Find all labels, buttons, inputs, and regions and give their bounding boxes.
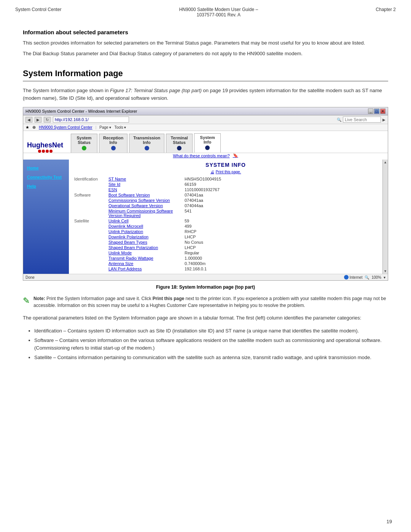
sidebar-home-link[interactable]: Home	[23, 163, 69, 173]
hn-main-header: SYSTEM INFO 🖨 Print this page.	[73, 162, 379, 174]
table-param-link[interactable]: Boot Software Version	[107, 192, 183, 198]
info-para2: The Dial Backup Status parameter and Dia…	[23, 50, 388, 58]
table-param-link[interactable]: LAN Port Address	[107, 266, 183, 272]
bookmark-icon: 🔖	[233, 153, 238, 158]
zoom-arrow: ▾	[384, 275, 386, 280]
scroll-down-icon[interactable]: ▼	[384, 269, 387, 273]
search-go-icon[interactable]: ▶	[382, 118, 386, 122]
close-button[interactable]: ✕	[380, 109, 386, 114]
maximize-button[interactable]: □	[374, 109, 379, 114]
system-heading: System Information page	[23, 69, 388, 81]
table-param-link[interactable]: ST Name	[107, 176, 183, 182]
table-value: No Conus	[183, 240, 379, 245]
table-value: 192.168.0.1	[183, 266, 379, 272]
table-param-link[interactable]: Uplink Polarization	[107, 229, 183, 234]
statusbar-done: Done	[25, 275, 35, 280]
table-param-link[interactable]: Shaped Beam Polarization	[107, 245, 183, 250]
info-table: IdentificationST NameHNSHSO10004915Site …	[73, 176, 379, 272]
header-center: HN9000 Satellite Modem User Guide – 1037…	[179, 7, 258, 18]
tab-terminal-status[interactable]: TerminalStatus	[166, 134, 193, 153]
what-controls-link[interactable]: What do these controls mean? 🔖	[23, 153, 388, 158]
globe-icon	[344, 275, 349, 280]
tab-dot-sysinfo	[205, 145, 210, 150]
table-param-link[interactable]: Downlink Microcell	[107, 224, 183, 229]
main-content: Information about selected parameters Th…	[0, 21, 411, 377]
table-category	[73, 182, 107, 187]
table-category	[73, 266, 107, 272]
logo-dot-4	[49, 150, 53, 153]
table-value: 1.000000	[183, 256, 379, 261]
table-value: 074044aa	[183, 203, 379, 208]
tools-menu[interactable]: Tools ▾	[114, 125, 126, 129]
ie-zone: Internet	[344, 275, 363, 280]
figure-caption: Figure 18: System Information page (top …	[23, 284, 388, 290]
table-param-link[interactable]: Site Id	[107, 182, 183, 187]
favorites-star-icon: ★	[25, 125, 29, 130]
table-category	[73, 256, 107, 261]
table-row: Minimum Commissioning Software Version R…	[73, 208, 379, 218]
list-item: Software – Contains version information …	[34, 337, 388, 351]
scroll-up-icon[interactable]: ▲	[384, 160, 387, 164]
table-param-link[interactable]: Commissioning Software Version	[107, 198, 183, 203]
tab-transmission-info[interactable]: TransmissionInfo	[129, 134, 164, 153]
table-value: 66159	[183, 182, 379, 187]
table-param-link[interactable]: Uplink Mode	[107, 250, 183, 256]
note-icon: ✎	[23, 296, 30, 306]
search-input[interactable]	[343, 117, 381, 123]
browser-title: HN9000 System Control Center - Windows I…	[25, 109, 137, 113]
refresh-button[interactable]: ↻	[44, 117, 51, 123]
titlebar-controls: _ □ ✕	[368, 109, 386, 114]
table-category: Software	[73, 192, 107, 198]
table-category	[73, 229, 107, 234]
header-right: Chapter 2	[376, 7, 396, 12]
table-param-link[interactable]: ESN	[107, 187, 183, 192]
table-param-link[interactable]: Shaped Beam Types	[107, 240, 183, 245]
hn9000-tab[interactable]: HN9000 System Control Center	[39, 125, 92, 129]
page-header: System Control Center HN9000 Satellite M…	[0, 0, 411, 21]
logo-dot-2	[42, 150, 45, 153]
table-row: ESN110100001932767	[73, 187, 379, 192]
page-number: 19	[387, 519, 392, 524]
minimize-button[interactable]: _	[368, 109, 373, 114]
table-row: Uplink ModeRegular	[73, 250, 379, 256]
table-value: 0.740000m	[183, 261, 379, 266]
table-value: 59	[183, 218, 379, 224]
table-param-link[interactable]: Uplink Cell	[107, 218, 183, 224]
table-value: Regular	[183, 250, 379, 256]
scrollbar[interactable]: ▲ ▼	[382, 160, 388, 274]
table-param-link[interactable]: Operational Software Version	[107, 203, 183, 208]
table-row: Shaped Beam PolarizationLHCP	[73, 245, 379, 250]
note-box: ✎ Note: Print the System Information pag…	[23, 295, 388, 309]
sidebar-connectivity-link[interactable]: Connectivity Test	[23, 173, 69, 182]
table-param-link[interactable]: Minimum Commissioning Software Version R…	[107, 208, 183, 218]
table-category	[73, 224, 107, 229]
back-button[interactable]: ◀	[25, 117, 32, 123]
table-row: SatelliteUplink Cell59	[73, 218, 379, 224]
bullet-list: Identification – Contains system ID info…	[34, 327, 388, 361]
table-row: Uplink PolarizationRHCP	[73, 229, 379, 234]
print-link[interactable]: 🖨 Print this page.	[210, 170, 241, 174]
browser-addressbar: ◀ ▶ ↻ 🔍 ▶	[23, 115, 388, 124]
table-row: Downlink Microcell499	[73, 224, 379, 229]
tab-system-info[interactable]: SystemInfo	[194, 133, 221, 153]
tab-reception-info[interactable]: ReceptionInfo	[99, 134, 127, 153]
table-category	[73, 240, 107, 245]
tab-system-status[interactable]: SystemStatus	[71, 134, 97, 153]
forward-button[interactable]: ▶	[35, 117, 41, 123]
table-category	[73, 187, 107, 192]
search-icon: 🔍	[337, 118, 341, 122]
page-menu[interactable]: Page ▾	[99, 125, 111, 129]
table-value: RHCP	[183, 229, 379, 234]
table-category	[73, 245, 107, 250]
table-param-link[interactable]: Transmit Radio Wattage	[107, 256, 183, 261]
hn-logo-dots	[38, 150, 53, 153]
table-value: 074041aa	[183, 198, 379, 203]
table-param-link[interactable]: Downlink Polarization	[107, 234, 183, 240]
table-value: HNSHSO10004915	[183, 176, 379, 182]
table-row: SoftwareBoot Software Version074041aa	[73, 192, 379, 198]
browser-toolbar: ★ ⊕ HN9000 System Control Center | Page …	[23, 124, 388, 131]
address-input[interactable]	[53, 117, 129, 123]
table-param-link[interactable]: Antenna Size	[107, 261, 183, 266]
favorites-icon: ⊕	[32, 125, 36, 130]
sidebar-help-link[interactable]: Help	[23, 182, 69, 191]
